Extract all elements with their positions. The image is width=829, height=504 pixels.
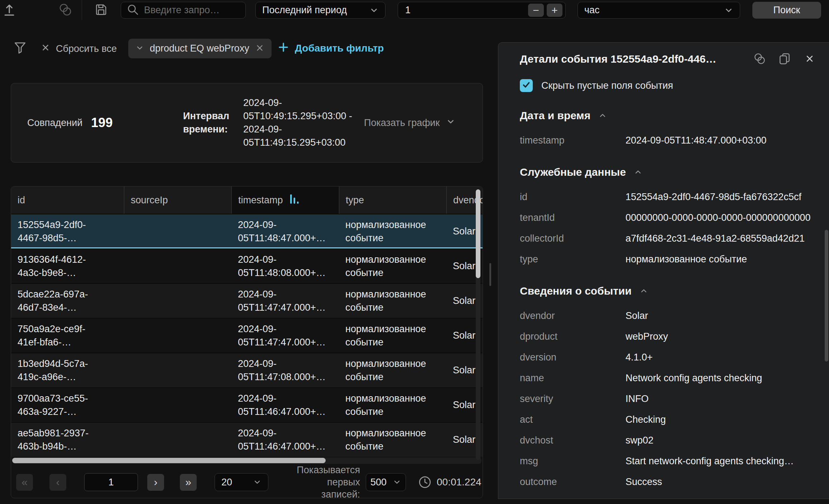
page-scrollbar-thumb[interactable] — [825, 230, 828, 362]
table-row[interactable]: 9136364f-4612- 4a3c-b9e8-… 2024-09- 05T1… — [11, 248, 483, 283]
period-select[interactable]: Последний период — [255, 2, 385, 19]
filter-chip[interactable]: dproduct EQ webProxy — [128, 39, 272, 58]
column-label: type — [346, 195, 364, 206]
chevron-down-icon — [135, 44, 144, 54]
detail-field-key: collectorId — [520, 233, 626, 244]
table-row[interactable]: 5dcae22a-697a- 46d7-83e4-… 2024-09- 05T1… — [11, 283, 483, 318]
search-summary-card: Совпадений 199 Интервал времени: 2024-09… — [11, 83, 483, 163]
close-details-button[interactable] — [801, 50, 818, 68]
remove-filter-icon[interactable] — [255, 43, 264, 54]
column-header-id[interactable]: id — [11, 186, 124, 214]
add-filter-button[interactable]: Добавить фильтр — [278, 40, 384, 57]
table-row[interactable]: 750a9a2e-ce9f- 41ef-bfa6-… 2024-09- 05T1… — [11, 318, 483, 353]
upload-button[interactable] — [0, 1, 19, 19]
details-section-fields: dvendor Solar dproduct webProxy dversion… — [520, 305, 816, 492]
detail-field: outcome Success — [520, 471, 816, 492]
close-icon — [41, 43, 50, 55]
plus-icon — [278, 42, 289, 55]
clear-all-label: Сбросить все — [56, 43, 117, 54]
cell-timestamp: 2024-09- 05T11:46:47.000+… — [231, 423, 339, 457]
rings-icon — [57, 2, 73, 18]
previous-page-button[interactable]: ‹ — [49, 474, 66, 491]
detail-field-value: 152554a9-2df0-4467-98d5-fa676322c5cf — [626, 192, 816, 203]
funnel-icon — [13, 40, 28, 56]
save-query-button[interactable] — [92, 1, 110, 19]
hide-empty-fields-toggle[interactable]: Скрыть пустые поля события — [520, 79, 673, 92]
cell-type: нормализованное событие — [339, 388, 446, 422]
unit-select-value: час — [584, 5, 600, 16]
correlate-event-button[interactable] — [751, 50, 768, 68]
detail-field-key: dproduct — [520, 331, 626, 342]
query-search-box — [121, 2, 246, 19]
cell-type: нормализованное событие — [339, 353, 446, 387]
column-header-timestamp[interactable]: timestamp — [231, 186, 339, 214]
panel-resize-handle[interactable] — [489, 263, 491, 286]
detail-field-key: name — [520, 373, 626, 384]
chevron-down-icon — [393, 478, 401, 486]
detail-field-key: msg — [520, 456, 626, 467]
detail-field-value: 4.1.0+ — [626, 352, 816, 363]
column-label: timestamp — [238, 195, 283, 206]
detail-field-key: dvchost — [520, 435, 626, 446]
details-section: Сведения о событии dvendor Solar dproduc… — [520, 284, 816, 492]
column-label: id — [18, 195, 25, 206]
period-amount-value[interactable]: 1 — [405, 5, 528, 16]
next-page-button[interactable]: › — [147, 474, 164, 491]
interval-value: 2024-09- 05T10:49:15.295+03:00 - 2024-09… — [243, 83, 354, 162]
last-page-button[interactable]: » — [180, 474, 197, 491]
detail-field-value: Solar — [626, 310, 816, 321]
column-header-type[interactable]: type — [339, 186, 446, 214]
cell-id: 1b3ed94d-5c7a- 419c-a96e-… — [11, 353, 124, 387]
clock-icon — [418, 475, 432, 489]
copy-button[interactable] — [776, 50, 793, 68]
decrement-button[interactable]: − — [528, 4, 544, 17]
records-limit-select[interactable]: 500 — [366, 473, 406, 491]
details-section-title: Служебные данные — [520, 166, 626, 178]
checkmark-icon — [522, 80, 531, 91]
cell-id: 152554a9-2df0- 4467-98d5-… — [11, 214, 124, 248]
records-info-label: Показывается первых записей: — [281, 464, 360, 498]
page-size-select[interactable]: 20 — [215, 473, 268, 491]
first-page-button[interactable]: « — [16, 474, 33, 491]
detail-field-value: webProxy — [626, 331, 816, 342]
link-events-button[interactable] — [56, 1, 75, 19]
hide-empty-checkbox[interactable] — [520, 79, 533, 92]
search-input[interactable] — [144, 5, 240, 16]
close-icon — [805, 54, 815, 65]
cell-type: нормализованное событие — [339, 423, 446, 457]
horizontal-scrollbar[interactable] — [12, 457, 481, 464]
page-number-input[interactable] — [84, 473, 138, 491]
horizontal-scrollbar-thumb[interactable] — [12, 458, 326, 463]
search-button[interactable]: Поиск — [752, 2, 821, 19]
clear-all-filters-button[interactable]: Сбросить все — [41, 42, 117, 56]
detail-field-key: dvendor — [520, 310, 626, 321]
detail-field-key: severity — [520, 393, 626, 404]
increment-button[interactable]: + — [547, 4, 562, 17]
matches-value: 199 — [91, 115, 112, 130]
chevron-down-icon — [446, 117, 455, 129]
table-row[interactable]: 9700aa73-ce55- 463a-9227-… 2024-09- 05T1… — [11, 387, 483, 422]
events-table: id sourceIp timestamp type dvendor 15255… — [11, 186, 483, 498]
details-section-header: Сведения о событии — [520, 284, 816, 298]
table-row[interactable]: 152554a9-2df0- 4467-98d5-… 2024-09- 05T1… — [11, 214, 483, 248]
detail-field-value: Start network-config agents checking… — [626, 456, 816, 467]
collapse-section-button[interactable] — [634, 168, 642, 176]
detail-field-key: dversion — [520, 352, 626, 363]
detail-field: dvchost swp02 — [520, 430, 816, 451]
cell-timestamp: 2024-09- 05T11:47:47.000+… — [231, 284, 339, 318]
detail-field: tenantId 00000000-0000-0000-0000-0000000… — [520, 207, 816, 228]
save-icon — [94, 3, 108, 18]
unit-select[interactable]: час — [578, 2, 740, 19]
vertical-scrollbar-thumb[interactable] — [476, 189, 480, 278]
show-chart-button[interactable]: Показать график — [364, 83, 455, 162]
details-section-header: Дата и время — [520, 108, 816, 123]
table-row[interactable]: ae5ab981-2937- 463b-b94b-… 2024-09- 05T1… — [11, 422, 483, 457]
collapse-section-button[interactable] — [598, 111, 607, 120]
column-header-sourceip[interactable]: sourceIp — [124, 186, 231, 214]
table-row[interactable]: 1b3ed94d-5c7a- 419c-a96e-… 2024-09- 05T1… — [11, 353, 483, 387]
detail-field-value: Network config agents checking — [626, 373, 816, 384]
detail-field-value: swp02 — [626, 435, 816, 446]
detail-field: act Checking — [520, 409, 816, 430]
collapse-section-button[interactable] — [639, 287, 648, 295]
filter-button[interactable] — [11, 39, 29, 57]
